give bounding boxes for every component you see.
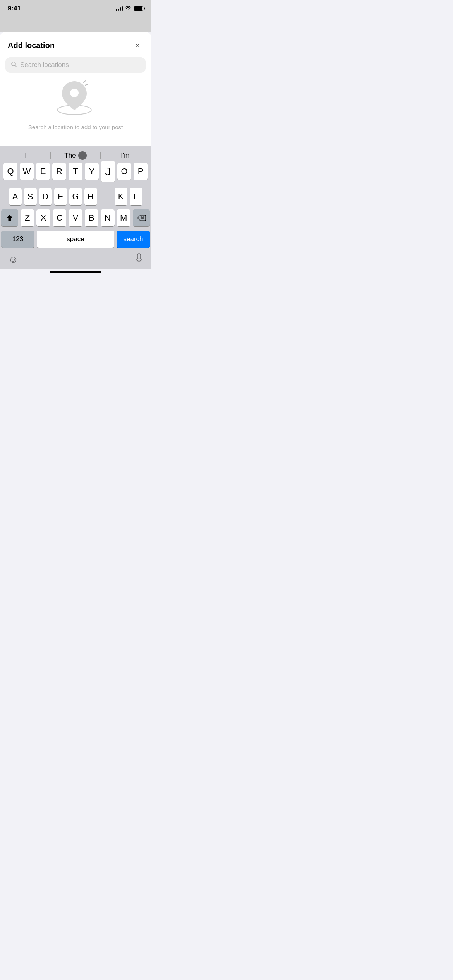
search-bar[interactable] — [5, 57, 146, 73]
svg-line-4 — [84, 81, 86, 83]
shift-key[interactable] — [1, 209, 18, 226]
keyboard-bottom-row: 123 space search — [1, 231, 150, 248]
status-bar: 9:41 — [0, 0, 151, 17]
background-app — [0, 17, 151, 32]
delete-key[interactable] — [133, 209, 150, 226]
location-illustration — [50, 78, 101, 117]
key-f[interactable]: F — [54, 188, 67, 205]
key-t[interactable]: T — [69, 163, 82, 180]
svg-point-3 — [70, 89, 79, 97]
battery-icon — [134, 6, 143, 11]
key-s[interactable]: S — [24, 188, 37, 205]
key-m[interactable]: M — [117, 209, 130, 226]
svg-line-5 — [85, 84, 88, 85]
status-time: 9:41 — [8, 5, 21, 12]
key-q[interactable]: Q — [3, 163, 17, 180]
predictive-dot — [78, 151, 87, 160]
modal-sheet: Add location × — [0, 32, 151, 146]
predictive-right[interactable]: I'm — [101, 152, 150, 159]
key-j[interactable]: J — [101, 161, 115, 182]
key-w[interactable]: W — [20, 163, 34, 180]
emoji-icon[interactable]: ☺ — [8, 254, 19, 266]
keyboard-row-3: Z X C V B N M — [1, 209, 150, 226]
key-z[interactable]: Z — [21, 209, 34, 226]
key-x[interactable]: X — [36, 209, 50, 226]
key-k[interactable]: K — [115, 188, 127, 205]
close-button[interactable]: × — [132, 39, 143, 51]
key-b[interactable]: B — [85, 209, 98, 226]
search-input[interactable] — [20, 61, 140, 69]
key-n[interactable]: N — [101, 209, 114, 226]
keyboard-row-1: Q W E R T Y J O P — [1, 163, 150, 184]
empty-state: Search a location to add to your post — [0, 78, 151, 146]
key-e[interactable]: E — [36, 163, 50, 180]
key-a[interactable]: A — [9, 188, 22, 205]
key-y[interactable]: Y — [85, 163, 99, 180]
key-g[interactable]: G — [69, 188, 82, 205]
svg-rect-8 — [137, 254, 141, 259]
key-p[interactable]: P — [134, 163, 148, 180]
key-l[interactable]: L — [130, 188, 142, 205]
microphone-icon[interactable] — [135, 253, 143, 266]
key-c[interactable]: C — [53, 209, 66, 226]
predictive-middle[interactable]: The — [51, 151, 100, 160]
numeric-toggle-key[interactable]: 123 — [1, 231, 34, 248]
modal-title: Add location — [8, 41, 55, 50]
status-icons — [116, 6, 143, 12]
keyboard: I The I'm Q W E R T Y J O P A S D F G H … — [0, 146, 151, 269]
modal-header: Add location × — [0, 32, 151, 57]
search-key[interactable]: search — [117, 231, 150, 248]
key-h[interactable]: H — [84, 188, 97, 205]
wifi-icon — [125, 6, 131, 12]
key-o[interactable]: O — [117, 163, 131, 180]
keyboard-accessory-row: ☺ — [1, 250, 150, 267]
empty-state-text: Search a location to add to your post — [28, 124, 123, 130]
keyboard-row-2: A S D F G H J K L — [1, 188, 150, 205]
key-v[interactable]: V — [69, 209, 82, 226]
key-d[interactable]: D — [39, 188, 52, 205]
space-key[interactable]: space — [37, 231, 114, 248]
search-bar-container — [0, 57, 151, 78]
key-r[interactable]: R — [52, 163, 66, 180]
predictive-left[interactable]: I — [1, 152, 50, 159]
search-icon — [11, 61, 17, 69]
signal-icon — [116, 6, 123, 11]
svg-line-1 — [15, 65, 17, 67]
home-indicator — [0, 269, 151, 274]
predictive-bar: I The I'm — [1, 149, 150, 163]
home-bar — [50, 271, 101, 273]
